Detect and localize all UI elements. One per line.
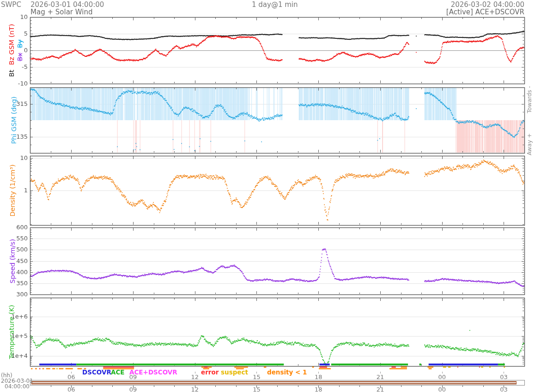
hour-tick-label: 15: [249, 374, 264, 380]
speed-ytick-label: 550: [8, 235, 28, 242]
temperature-axis-label: Temperature (K): [7, 293, 16, 371]
slider-hour-tick-label: 15: [249, 386, 264, 392]
temperature-ytick-label: 1e+4: [8, 352, 28, 359]
slider-hour-tick-label: 21: [372, 386, 388, 392]
data-mode-label: [Active] ACE+DSCOVR: [446, 8, 524, 16]
phi-sector-labels: Away + Towards -: [525, 86, 534, 155]
hour-tick-label: 12: [187, 374, 203, 380]
slider-hour-tick-label: 00: [434, 386, 450, 392]
hour-tick-label: 18: [310, 374, 326, 380]
slider-hour-tick-label: 06: [63, 386, 79, 392]
away-sector-label: Away +: [525, 133, 534, 155]
time-range-slider[interactable]: [30, 380, 524, 386]
hour-tick-label: 03: [496, 374, 511, 380]
axis-label-part: Bt: [8, 70, 15, 77]
phi-axis-label: Phi GSM (deg): [10, 86, 18, 155]
hour-tick-label: 06: [63, 374, 79, 380]
brand-label: SWPC: [1, 0, 21, 9]
legend-item-dscovr: DSCOVR: [82, 368, 111, 376]
hour-tick-label: 00: [434, 374, 450, 380]
legend-item-suspect: suspect: [221, 368, 248, 376]
magnetic-field-ytick-label: 5: [8, 30, 28, 37]
plot-title: Mag + Solar Wind: [30, 8, 92, 16]
slider-hour-tick-label: 12: [187, 386, 203, 392]
speed-ytick-label: 600: [8, 224, 28, 231]
speed-ytick-label: 400: [8, 269, 28, 276]
legend-item-ace: ACE: [111, 368, 125, 376]
slider-hour-tick-label: 03: [496, 386, 511, 392]
density-ytick-label: 1: [8, 187, 28, 194]
temperature-ytick-label: 1e+5: [8, 332, 28, 339]
slider-hour-tick-label: 18: [310, 386, 326, 392]
cadence-label: 1 day@1 min: [252, 0, 298, 9]
legend-item-ace-dscovr: ACE+DSCOVR: [129, 368, 177, 376]
slider-hour-tick-label: 09: [125, 386, 141, 392]
footer-start-clock: 04:00:00: [5, 383, 30, 390]
solar-wind-plot-canvas: [0, 0, 535, 392]
speed-ytick-label: 450: [8, 257, 28, 264]
magnetic-field-ytick-label: -5: [8, 63, 28, 70]
speed-ytick-label: 300: [8, 291, 28, 298]
phi-angle-ytick-label: 315: [8, 100, 28, 107]
hour-tick-label: 21: [372, 374, 388, 380]
towards-sector-label: Towards -: [525, 86, 534, 113]
axis-label-part: Bx: [16, 53, 24, 61]
density-ytick-label: 10: [8, 154, 28, 161]
magnetic-field-ytick-label: 0: [8, 47, 28, 54]
temperature-ytick-label: 1e+6: [8, 313, 28, 320]
phi-angle-ytick-label: 135: [8, 133, 28, 140]
magnetic-field-ytick-label: -10: [8, 80, 28, 87]
legend-item-density-1: density < 1: [267, 368, 307, 376]
speed-ytick-label: 500: [8, 246, 28, 253]
speed-ytick-label: 350: [8, 280, 28, 287]
legend-item-error: error: [201, 368, 219, 376]
magnetic-field-ytick-label: 10: [8, 13, 28, 20]
